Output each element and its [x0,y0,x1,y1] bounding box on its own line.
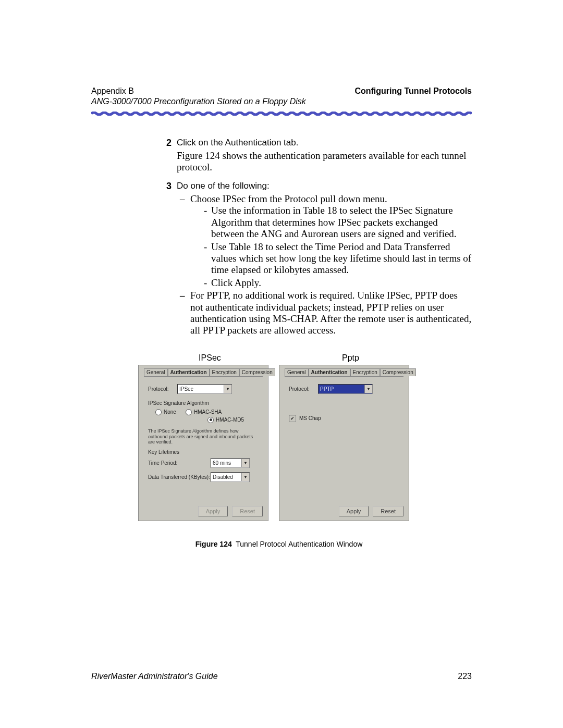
page-header: Appendix B Configuring Tunnel Protocols [91,86,472,96]
tabs-row: General Authentication Encryption Compre… [144,368,263,377]
step-3-opt2: For PPTP, no additional work is required… [177,290,472,337]
step-list: 2 Click on the Authentication tab. Figur… [159,138,472,338]
time-period-label: Time Period: [148,460,211,466]
time-period-select[interactable]: 60 mins ▼ [211,458,250,468]
tabs-row: General Authentication Encryption Compre… [285,368,403,377]
step-number: 2 [159,138,172,176]
step-2-line1: Click on the Authentication tab. [177,138,472,148]
protocol-label: Protocol: [148,386,177,392]
tab-general[interactable]: General [144,368,168,376]
tab-encryption[interactable]: Encryption [350,368,380,376]
chevron-down-icon: ▼ [364,385,372,393]
ipsec-panel: General Authentication Encryption Compre… [138,365,268,521]
signature-description: The IPSec Signature Algorithm defines ho… [148,428,258,445]
data-transferred-select[interactable]: Disabled ▼ [211,472,250,482]
tab-general[interactable]: General [285,368,309,376]
tab-compression[interactable]: Compression [239,368,275,376]
apply-button[interactable]: Apply [198,506,228,516]
protocol-select[interactable]: IPSec ▼ [177,384,232,394]
page-subtitle: ANG-3000/7000 Preconfiguration Stored on… [91,97,472,106]
protocol-label: Protocol: [289,386,318,392]
step-3-opt1a: Use the information in Table 18 to selec… [204,205,472,240]
page-footer: RiverMaster Administrator's Guide 223 [91,672,472,681]
tab-encryption[interactable]: Encryption [210,368,239,376]
step-3: 3 Do one of the following: Choose IPSec … [159,181,472,338]
signature-group-title: IPSec Signature Algorithm [148,400,260,406]
step-3-opt1: Choose IPSec from the Protocol pull down… [177,193,472,289]
chevron-down-icon: ▼ [241,473,249,481]
step-3-intro: Do one of the following: [177,181,472,191]
appendix-label: Appendix B [91,86,134,96]
tab-authentication[interactable]: Authentication [168,368,210,376]
step-3-opt1b: Use Table 18 to select the Time Period a… [204,241,472,276]
keylifetimes-title: Key Lifetimes [148,449,260,455]
document-page: Appendix B Configuring Tunnel Protocols … [0,0,563,728]
tab-authentication[interactable]: Authentication [309,368,350,376]
step-2-line2: Figure 124 shows the authentication para… [177,150,472,174]
step-2: 2 Click on the Authentication tab. Figur… [159,138,472,176]
radio-none[interactable]: None [155,409,176,415]
step-3-opt1c: Click Apply. [204,277,472,289]
section-title: Configuring Tunnel Protocols [354,86,472,96]
data-transferred-label: Data Transferred (KBytes): [148,474,211,480]
footer-guide: RiverMaster Administrator's Guide [91,672,218,681]
checkbox-icon: ✔ [289,415,296,422]
protocol-select[interactable]: PPTP ▼ [318,384,373,394]
chevron-down-icon: ▼ [224,385,231,393]
footer-page-number: 223 [458,672,472,681]
reset-button[interactable]: Reset [232,506,263,516]
figure-col-ipsec: IPSec [199,353,221,363]
figure-caption: Figure 124 Tunnel Protocol Authenticatio… [138,540,420,548]
reset-button[interactable]: Reset [373,506,403,516]
divider-wave [91,112,472,116]
chevron-down-icon: ▼ [241,459,249,467]
step-number: 3 [159,181,172,338]
figure-col-pptp: Pptp [342,353,359,363]
pptp-panel: General Authentication Encryption Compre… [279,365,409,521]
radio-hmac-md5[interactable]: HMAC-MD5 [207,417,244,423]
mschap-checkbox[interactable]: ✔ MS Chap [289,415,400,422]
apply-button[interactable]: Apply [339,506,369,516]
figure-124: IPSec Pptp General Authentication Encryp… [138,353,420,521]
tab-compression[interactable]: Compression [380,368,416,376]
radio-hmac-sha[interactable]: HMAC-SHA [186,409,222,415]
